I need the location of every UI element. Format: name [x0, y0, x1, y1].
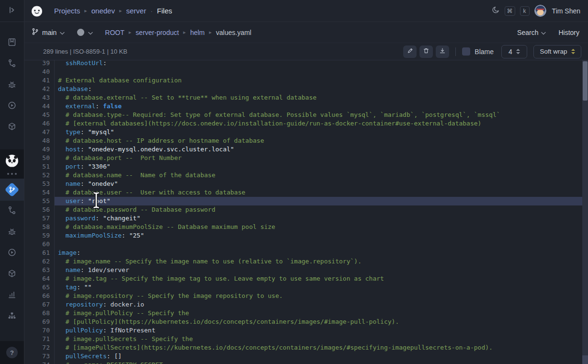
tab-size-stepper[interactable]: 4 — [501, 45, 527, 58]
code-line-text[interactable]: # [imagePullSecrets](https://kubernetes.… — [55, 343, 582, 352]
edit-button[interactable] — [403, 46, 417, 58]
code-line[interactable]: 60 — [24, 240, 582, 249]
line-number[interactable]: 41 — [24, 76, 55, 85]
code-line-text[interactable]: # database.name -- Name of the database — [55, 171, 582, 180]
code-line-text[interactable]: # image.tag -- Specify the image tag to … — [55, 274, 582, 283]
line-number[interactable]: 52 — [24, 171, 55, 180]
line-number[interactable]: 43 — [24, 93, 55, 102]
code-line[interactable]: 52 # database.name -- Name of the databa… — [24, 171, 582, 180]
sidebar-item-pull-requests[interactable] — [0, 54, 24, 75]
line-number[interactable]: 51 — [24, 162, 55, 171]
line-number[interactable]: 53 — [24, 180, 55, 188]
code-line-text[interactable]: # image.pullPolicy -- Specify the — [55, 309, 582, 318]
code-line-text[interactable]: tag: "" — [55, 283, 582, 292]
onedev-logo[interactable] — [31, 5, 43, 17]
code-line[interactable]: 49 host: "onedev-mysql.onedev.svc.cluste… — [24, 145, 582, 154]
sidebar-item-builds-2[interactable] — [0, 243, 24, 264]
line-number[interactable]: 40 — [24, 68, 55, 76]
code-line[interactable]: 61image: — [24, 249, 582, 257]
code-line-text[interactable]: pullPolicy: IfNotPresent — [55, 326, 582, 335]
code-line[interactable]: 46 # [external databases](https://docs.o… — [24, 119, 582, 128]
line-number[interactable]: 69 — [24, 318, 55, 326]
breadcrumb-onedev[interactable]: onedev — [91, 7, 115, 15]
code-line-text[interactable]: repository: docker.io — [55, 300, 582, 309]
code-editor[interactable]: 39 sshRootUrl:4041# External database co… — [24, 60, 588, 364]
code-line[interactable]: 57 password: "changeit" — [24, 214, 582, 223]
code-line-text[interactable]: host: "onedev-mysql.onedev.svc.cluster.l… — [55, 145, 582, 154]
code-line[interactable]: 65 tag: "" — [24, 283, 582, 292]
code-line-text[interactable] — [55, 68, 582, 76]
stepper-arrows-icon[interactable] — [516, 49, 520, 54]
code-line-text[interactable]: # database.host -- IP address or hostnam… — [55, 136, 582, 145]
code-line-text[interactable]: # External database configuration — [55, 76, 582, 85]
code-line[interactable]: 39 sshRootUrl: — [24, 60, 582, 68]
scrollbar-thumb[interactable] — [583, 61, 588, 101]
line-number[interactable]: 44 — [24, 102, 55, 111]
line-number[interactable]: 72 — [24, 343, 55, 352]
sidebar-item-docs[interactable] — [0, 33, 24, 54]
code-line-text[interactable]: # image.pullSecrets -- Specify the — [55, 335, 582, 343]
sidebar-item-issues-2[interactable] — [0, 222, 24, 243]
code-line-text[interactable]: # database.user -- User with access to d… — [55, 188, 582, 197]
line-number[interactable]: 47 — [24, 128, 55, 136]
code-line[interactable]: 67 repository: docker.io — [24, 300, 582, 309]
code-line-text[interactable]: image: — [55, 249, 582, 257]
code-line[interactable]: 73 pullSecrets: [] — [24, 352, 582, 361]
code-line[interactable]: 42database: — [24, 85, 582, 93]
code-line[interactable]: 51 port: "3306" — [24, 162, 582, 171]
code-line[interactable]: 71 # image.pullSecrets -- Specify the — [24, 335, 582, 343]
code-line-text[interactable]: user: "root" — [55, 197, 582, 205]
code-line-text[interactable]: # [external databases](https://docs.oned… — [55, 119, 582, 128]
code-line-text[interactable]: # - name: REGISTRY-SECRET — [55, 361, 582, 364]
history-button[interactable]: History — [558, 29, 579, 36]
line-number[interactable]: 70 — [24, 326, 55, 335]
code-line-text[interactable]: # database.external -- Set to **true** w… — [55, 93, 582, 102]
code-line[interactable]: 69 # [pullPolicy](https://kubernetes.io/… — [24, 318, 582, 326]
branch-selector[interactable]: main — [32, 28, 65, 37]
line-number[interactable]: 57 — [24, 214, 55, 223]
line-number[interactable]: 73 — [24, 352, 55, 361]
dark-mode-toggle[interactable] — [492, 6, 500, 16]
line-number[interactable]: 42 — [24, 85, 55, 93]
code-line-text[interactable]: maximumPoolSize: "25" — [55, 231, 582, 240]
code-line[interactable]: 64 # image.tag -- Specify the image tag … — [24, 274, 582, 283]
code-line-text[interactable]: # database.port -- Port Number — [55, 154, 582, 162]
code-line[interactable]: 48 # database.host -- IP address or host… — [24, 136, 582, 145]
line-number[interactable]: 59 — [24, 231, 55, 240]
code-line-text[interactable]: # database.password -- Database password — [55, 205, 582, 214]
user-avatar[interactable] — [534, 5, 546, 17]
line-number[interactable]: 50 — [24, 154, 55, 162]
code-line-text[interactable]: name: 1dev/server — [55, 266, 582, 274]
search-button[interactable]: Search — [517, 29, 546, 36]
line-number[interactable]: 61 — [24, 249, 55, 257]
code-line[interactable]: 66 # image.repository -- Specify the ima… — [24, 292, 582, 300]
line-number[interactable]: 60 — [24, 240, 55, 249]
code-line[interactable]: 45 # database.type-- Required: Set type … — [24, 111, 582, 119]
commit-status-selector[interactable] — [77, 28, 93, 37]
more-icon[interactable] — [7, 173, 17, 175]
code-line-text[interactable]: type: "mysql" — [55, 128, 582, 136]
code-line-text[interactable]: database: — [55, 85, 582, 93]
line-number[interactable]: 62 — [24, 257, 55, 266]
sidebar-item-builds[interactable] — [0, 96, 24, 117]
line-number[interactable]: 71 — [24, 335, 55, 343]
project-avatar[interactable] — [5, 154, 19, 170]
line-number[interactable]: 64 — [24, 274, 55, 283]
sidebar-item-packages[interactable] — [0, 117, 24, 138]
line-number[interactable]: 55 — [24, 197, 55, 205]
code-line-text[interactable] — [55, 240, 582, 249]
line-number[interactable]: 56 — [24, 205, 55, 214]
code-line[interactable]: 68 # image.pullPolicy -- Specify the — [24, 309, 582, 318]
line-number[interactable]: 49 — [24, 145, 55, 154]
code-line[interactable]: 58 # database.maximumPoolSize -- Databas… — [24, 223, 582, 231]
code-line[interactable]: 50 # database.port -- Port Number — [24, 154, 582, 162]
sidebar-item-hierarchy[interactable] — [0, 306, 24, 327]
code-line[interactable]: 41# External database configuration — [24, 76, 582, 85]
code-line-text[interactable]: external: false — [55, 102, 582, 111]
code-line[interactable]: 56 # database.password -- Database passw… — [24, 205, 582, 214]
sidebar-expand-button[interactable] — [0, 0, 24, 22]
select-arrows-icon[interactable] — [571, 49, 575, 54]
wrap-mode-select[interactable]: Soft wrap — [533, 45, 581, 58]
line-number[interactable]: 58 — [24, 223, 55, 231]
path-root[interactable]: ROOT — [105, 29, 124, 36]
